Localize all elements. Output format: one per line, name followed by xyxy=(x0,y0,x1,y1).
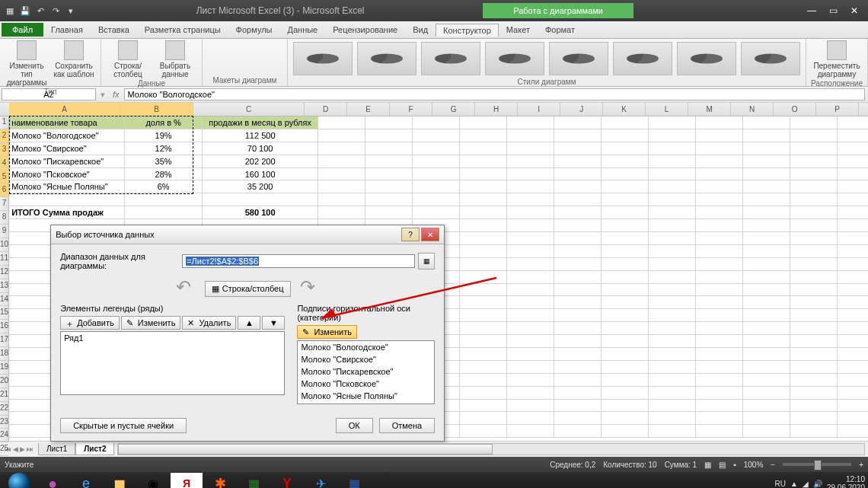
cell-I17[interactable] xyxy=(554,322,602,335)
cell-J10[interactable] xyxy=(602,232,649,245)
cell-J16[interactable] xyxy=(602,309,649,322)
cell-H8[interactable] xyxy=(507,206,554,219)
cell-H23[interactable] xyxy=(507,400,554,413)
ok-button[interactable]: ОК xyxy=(336,418,373,433)
select-data-button[interactable]: Выбрать данные xyxy=(153,40,197,78)
cell-H17[interactable] xyxy=(507,322,554,335)
cell-N2[interactable] xyxy=(790,129,838,142)
cell-O22[interactable] xyxy=(838,387,868,400)
cell-N21[interactable] xyxy=(790,374,838,387)
excel-icon[interactable]: ▦ xyxy=(3,4,17,18)
chart-style-2[interactable] xyxy=(357,42,416,75)
cell-J20[interactable] xyxy=(602,361,649,374)
cell-G15[interactable] xyxy=(460,296,507,309)
cell-J4[interactable] xyxy=(602,155,649,168)
cell-L11[interactable] xyxy=(696,245,743,258)
tab-formulas[interactable]: Формулы xyxy=(228,23,280,37)
cell-D5[interactable] xyxy=(318,168,365,181)
cell-N6[interactable] xyxy=(790,180,838,193)
cell-C4[interactable]: 202 200 xyxy=(203,155,318,168)
view-normal-icon[interactable]: ▦ xyxy=(704,461,711,469)
switch-row-column-button[interactable]: ▦Строка/столбец xyxy=(205,281,291,297)
cell-C8[interactable]: 580 100 xyxy=(203,206,318,219)
cell-K23[interactable] xyxy=(649,400,696,413)
cell-L15[interactable] xyxy=(696,296,743,309)
row-header-2[interactable]: 2 xyxy=(0,129,8,143)
cell-N19[interactable] xyxy=(790,348,838,361)
save-template-button[interactable]: Сохранить как шаблон xyxy=(52,40,96,78)
cell-L8[interactable] xyxy=(696,206,743,219)
cell-O2[interactable] xyxy=(838,129,868,142)
col-header-K[interactable]: K xyxy=(603,103,646,116)
cell-H12[interactable] xyxy=(507,258,554,271)
cell-F8[interactable] xyxy=(413,206,460,219)
cell-O15[interactable] xyxy=(838,296,868,309)
cell-C6[interactable]: 35 200 xyxy=(203,180,318,193)
zoom-in-icon[interactable]: + xyxy=(859,461,863,469)
cell-O12[interactable] xyxy=(838,258,868,271)
cell-G11[interactable] xyxy=(460,245,507,258)
cell-I3[interactable] xyxy=(554,142,602,155)
cell-L5[interactable] xyxy=(696,168,743,181)
cell-I22[interactable] xyxy=(554,387,602,400)
cell-O18[interactable] xyxy=(838,335,868,348)
cell-L18[interactable] xyxy=(696,335,743,348)
chart-style-7[interactable] xyxy=(677,42,736,75)
cell-J23[interactable] xyxy=(602,400,649,413)
cell-N11[interactable] xyxy=(790,245,838,258)
cell-N9[interactable] xyxy=(790,219,838,232)
cell-I9[interactable] xyxy=(554,219,602,232)
cell-C7[interactable] xyxy=(203,193,318,206)
cell-G12[interactable] xyxy=(460,258,507,271)
axis-listbox[interactable]: Молоко "Вологодское"Молоко "Свирское"Мол… xyxy=(297,340,435,404)
col-header-A[interactable]: A xyxy=(9,103,120,116)
sheet-nav-next-icon[interactable]: ▶ xyxy=(20,445,25,453)
cell-I24[interactable] xyxy=(554,412,602,425)
cell-I11[interactable] xyxy=(554,245,602,258)
taskbar-yandex-browser[interactable]: Y xyxy=(271,473,303,488)
taskbar-excel[interactable]: ▦ xyxy=(238,473,270,488)
col-header-N[interactable]: N xyxy=(731,103,774,116)
hscroll-thumb[interactable] xyxy=(118,444,493,455)
cell-H16[interactable] xyxy=(507,309,554,322)
cell-G7[interactable] xyxy=(460,193,507,206)
tab-home[interactable]: Главная xyxy=(43,23,91,37)
cell-G20[interactable] xyxy=(460,361,507,374)
cell-N12[interactable] xyxy=(790,258,838,271)
cell-J21[interactable] xyxy=(602,374,649,387)
row-header-8[interactable]: 8 xyxy=(0,211,8,225)
cell-G5[interactable] xyxy=(460,168,507,181)
cell-K16[interactable] xyxy=(649,309,696,322)
cell-O24[interactable] xyxy=(838,412,868,425)
cell-N22[interactable] xyxy=(790,387,838,400)
cell-H1[interactable] xyxy=(507,116,554,129)
cell-K9[interactable] xyxy=(649,219,696,232)
cell-N8[interactable] xyxy=(790,206,838,219)
cell-M7[interactable] xyxy=(743,193,790,206)
cell-J25[interactable] xyxy=(602,425,649,438)
cell-J18[interactable] xyxy=(602,335,649,348)
cell-L19[interactable] xyxy=(696,348,743,361)
cell-A3[interactable]: Молоко "Свирское" xyxy=(9,142,125,155)
collapse-dialog-icon[interactable]: ▦ xyxy=(418,253,435,270)
cell-N5[interactable] xyxy=(790,168,838,181)
minimize-icon[interactable]: — xyxy=(801,4,822,18)
cell-G3[interactable] xyxy=(460,142,507,155)
cell-G2[interactable] xyxy=(460,129,507,142)
row-header-14[interactable]: 14 xyxy=(0,293,8,307)
cell-O19[interactable] xyxy=(838,348,868,361)
col-header-O[interactable]: O xyxy=(774,103,816,116)
sheet-nav-last-icon[interactable]: ⏭ xyxy=(27,445,34,453)
row-header-4[interactable]: 4 xyxy=(0,157,8,171)
tab-format[interactable]: Формат xyxy=(538,23,582,37)
cell-I2[interactable] xyxy=(554,129,602,142)
taskbar-explorer[interactable]: ▆ xyxy=(104,473,136,488)
col-header-I[interactable]: I xyxy=(518,103,560,116)
cell-G19[interactable] xyxy=(460,348,507,361)
qat-more-icon[interactable]: ▾ xyxy=(64,4,78,18)
tab-constructor[interactable]: Конструктор xyxy=(436,24,499,37)
cell-G4[interactable] xyxy=(460,155,507,168)
row-header-16[interactable]: 16 xyxy=(0,320,8,333)
cell-H14[interactable] xyxy=(507,284,554,297)
taskbar-app-orange[interactable]: ✱ xyxy=(204,473,236,488)
